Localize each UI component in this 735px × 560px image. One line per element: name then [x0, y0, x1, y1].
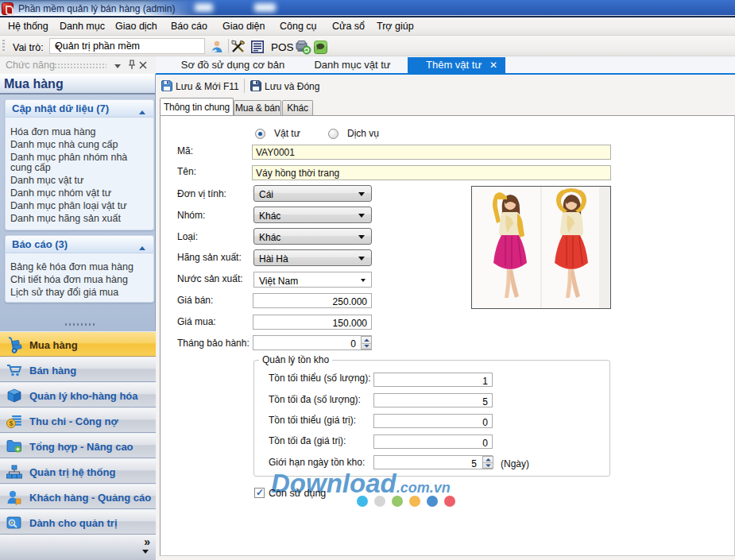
svg-text:$: $	[9, 419, 13, 427]
